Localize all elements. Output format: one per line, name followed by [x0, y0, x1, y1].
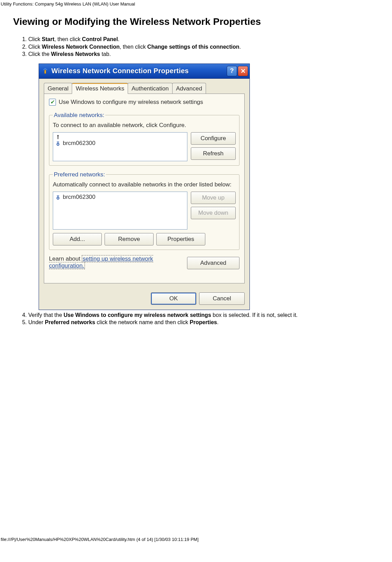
- remove-button[interactable]: Remove: [105, 233, 154, 245]
- step-text: Click the: [28, 51, 51, 57]
- step-bold: Control Panel: [82, 36, 118, 42]
- step-text: box is selected. If it is not, select it…: [211, 312, 298, 318]
- learn-text: Learn about setting up wireless network …: [49, 255, 173, 269]
- list-item[interactable]: brcm062300: [55, 139, 185, 147]
- tab-row: General Wireless Networks Authentication…: [44, 83, 245, 94]
- step-bold: Start: [42, 36, 54, 42]
- tab-advanced[interactable]: Advanced: [172, 83, 206, 94]
- step-text: , then click: [120, 44, 147, 50]
- step-text: Click: [28, 44, 42, 50]
- network-icon: [55, 141, 61, 146]
- available-text: To connect to an available network, clic…: [53, 122, 236, 129]
- step-bold: Wireless Network Connection: [42, 44, 120, 50]
- step-bold: Use Windows to configure my wireless net…: [63, 312, 211, 318]
- step-1: Click Start, then click Control Panel.: [28, 36, 392, 43]
- learn-prefix: Learn about: [49, 255, 82, 262]
- cancel-button[interactable]: Cancel: [199, 292, 245, 305]
- move-up-button[interactable]: Move up: [191, 192, 236, 204]
- use-windows-checkbox[interactable]: ✔: [49, 99, 56, 106]
- steps-list: Click Start, then click Control Panel. C…: [28, 36, 392, 58]
- preferred-legend: Preferred networks:: [53, 171, 106, 178]
- page-header-text: Utility Functions: Company 54g Wireless …: [0, 0, 392, 7]
- checkbox-label: Use Windows to configure my wireless net…: [59, 99, 203, 106]
- infrastructure-icon: [55, 134, 61, 139]
- network-name: brcm062300: [63, 194, 96, 201]
- available-legend: Available networks:: [53, 112, 105, 119]
- svg-rect-2: [58, 136, 58, 139]
- properties-button[interactable]: Properties: [156, 233, 205, 245]
- tab-general[interactable]: General: [44, 83, 72, 94]
- preferred-text: Automatically connect to available netwo…: [53, 181, 236, 189]
- configure-button[interactable]: Configure: [191, 132, 236, 145]
- section-title: Viewing or Modifying the Wireless Networ…: [13, 16, 392, 27]
- checkmark-icon: ✔: [50, 99, 55, 105]
- step-bold: Wireless Networks: [51, 51, 100, 57]
- step-bold: Properties: [190, 319, 217, 325]
- step-text: .: [239, 44, 241, 50]
- step-2: Click Wireless Network Connection, then …: [28, 43, 392, 51]
- step-text: .: [217, 319, 218, 325]
- tab-panel: ✔ Use Windows to configure my wireless n…: [44, 94, 245, 283]
- step-text: Click: [28, 36, 42, 42]
- available-networks-group: Available networks: To connect to an ava…: [49, 112, 239, 166]
- step-5: Under Preferred networks click the netwo…: [28, 319, 392, 326]
- preferred-listbox[interactable]: brcm062300: [53, 192, 187, 230]
- wireless-icon: [42, 68, 49, 75]
- svg-rect-0: [45, 70, 46, 74]
- add-button[interactable]: Add...: [53, 233, 102, 245]
- close-button[interactable]: ✕: [238, 66, 248, 76]
- step-text: Verify that the: [28, 312, 63, 318]
- help-button[interactable]: ?: [227, 66, 237, 76]
- list-item[interactable]: brcm062300: [55, 193, 185, 201]
- network-name: brcm062300: [63, 140, 96, 147]
- page-footer-text: file:///P|/User%20Manuals/HP%20XP%20WLAN…: [0, 326, 392, 545]
- step-text: , then click: [55, 36, 82, 42]
- preferred-networks-group: Preferred networks: Automatically connec…: [49, 171, 239, 250]
- tab-wireless-networks[interactable]: Wireless Networks: [72, 83, 128, 94]
- move-down-button[interactable]: Move down: [191, 207, 236, 219]
- tab-authentication[interactable]: Authentication: [128, 83, 173, 94]
- available-listbox[interactable]: brcm062300: [53, 132, 187, 161]
- refresh-button[interactable]: Refresh: [191, 147, 236, 160]
- step-bold: Preferred networks: [45, 319, 95, 325]
- xp-dialog: Wireless Network Connection Properties ?…: [39, 64, 250, 310]
- step-text: .: [118, 36, 119, 42]
- dialog-title: Wireless Network Connection Properties: [51, 67, 227, 75]
- step-text: Under: [28, 319, 45, 325]
- titlebar[interactable]: Wireless Network Connection Properties ?…: [39, 64, 249, 79]
- step-text: click the network name and then click: [95, 319, 190, 325]
- step-4: Verify that the Use Windows to configure…: [28, 311, 392, 319]
- advanced-button[interactable]: Advanced: [187, 257, 239, 269]
- ok-button[interactable]: OK: [151, 292, 196, 305]
- steps-list-continued: Verify that the Use Windows to configure…: [28, 311, 392, 326]
- step-3: Click the Wireless Networks tab.: [28, 50, 392, 58]
- list-item[interactable]: [55, 134, 185, 139]
- step-text: tab.: [100, 51, 111, 57]
- step-bold: Change settings of this connection: [147, 44, 239, 50]
- network-icon: [55, 195, 61, 200]
